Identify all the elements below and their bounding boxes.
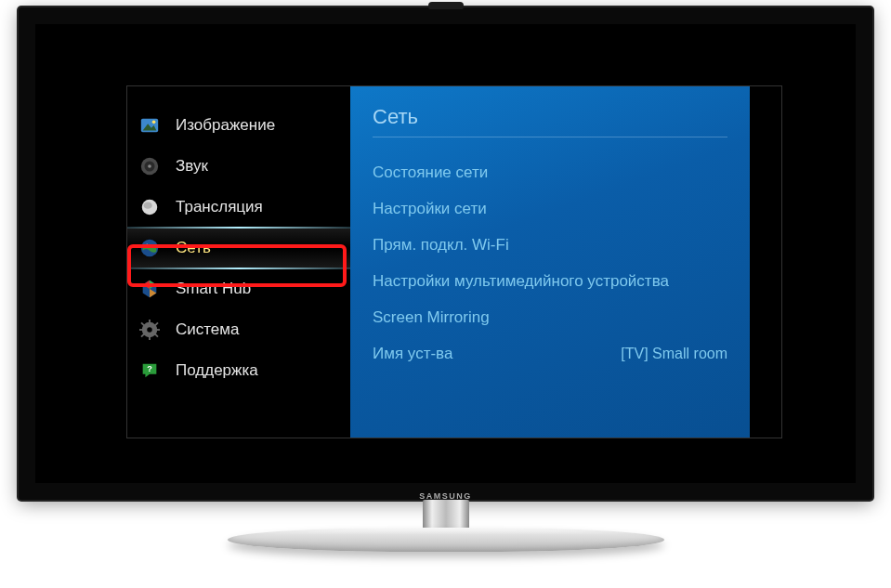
settings-container: Изображение Звук [126,85,782,438]
panel-item-value: [TV] Small room [621,346,727,362]
panel-item-multimedia-settings[interactable]: Настройки мультимедийного устройства [373,263,727,299]
panel-title: Сеть [373,105,727,129]
svg-rect-11 [149,320,151,324]
svg-rect-18 [140,333,145,338]
sidebar-label: Поддержка [176,361,258,380]
picture-icon [138,114,161,137]
svg-text:?: ? [147,364,152,373]
sidebar-label: Сеть [176,239,211,257]
panel-item-device-name[interactable]: Имя уст-ва [TV] Small room [373,335,727,372]
svg-rect-13 [139,329,144,331]
sidebar-item-picture[interactable]: Изображение [127,105,350,146]
tv-frame: SAMSUNG Изображение [19,7,872,500]
tv-stand-base [228,528,664,552]
panel-item-label: Имя уст-ва [373,345,452,363]
panel-item-label: Состояние сети [373,163,488,182]
tv-stand-neck [423,500,469,531]
panel-item-label: Прям. подкл. Wi-Fi [373,236,509,255]
panel-divider [373,137,727,137]
svg-point-2 [152,121,156,124]
svg-point-5 [148,164,151,168]
sidebar-item-smarthub[interactable]: Smart Hub [127,268,350,309]
globe-icon [138,237,161,259]
svg-rect-12 [149,335,151,340]
svg-point-9 [146,243,148,245]
sidebar-label: Трансляция [176,198,263,216]
network-panel: Сеть Состояние сети Настройки сети Прям.… [350,86,750,438]
panel-item-wifi-direct[interactable]: Прям. подкл. Wi-Fi [373,227,727,263]
camera-notch [428,2,464,9]
panel-item-label: Настройки сети [373,200,487,218]
svg-rect-14 [155,329,160,331]
tv-screen: Изображение Звук [35,24,856,483]
help-icon: ? [138,359,161,382]
sidebar-item-sound[interactable]: Звук [127,146,350,187]
smarthub-icon [138,278,161,300]
svg-point-19 [147,327,152,333]
sidebar-label: Smart Hub [176,280,251,298]
panel-item-network-status[interactable]: Состояние сети [373,154,727,190]
sidebar-label: Звук [176,157,208,176]
panel-item-label: Screen Mirroring [373,308,490,327]
panel-item-label: Настройки мультимедийного устройства [373,272,669,291]
sidebar-label: Изображение [176,116,275,135]
sidebar-item-support[interactable]: ? Поддержка [127,350,350,391]
satellite-icon [138,196,161,218]
sidebar-label: Система [176,320,239,339]
settings-sidebar: Изображение Звук [127,105,350,391]
sidebar-item-system[interactable]: Система [127,309,350,350]
sidebar-item-network[interactable]: Сеть [127,228,350,268]
gear-icon [138,319,161,341]
speaker-icon [138,155,161,177]
svg-rect-16 [154,333,159,338]
sidebar-item-broadcast[interactable]: Трансляция [127,187,350,228]
svg-point-7 [144,203,152,209]
panel-item-screen-mirroring[interactable]: Screen Mirroring [373,299,727,335]
svg-rect-15 [140,322,145,327]
panel-item-network-settings[interactable]: Настройки сети [373,190,727,227]
svg-rect-17 [154,322,159,327]
